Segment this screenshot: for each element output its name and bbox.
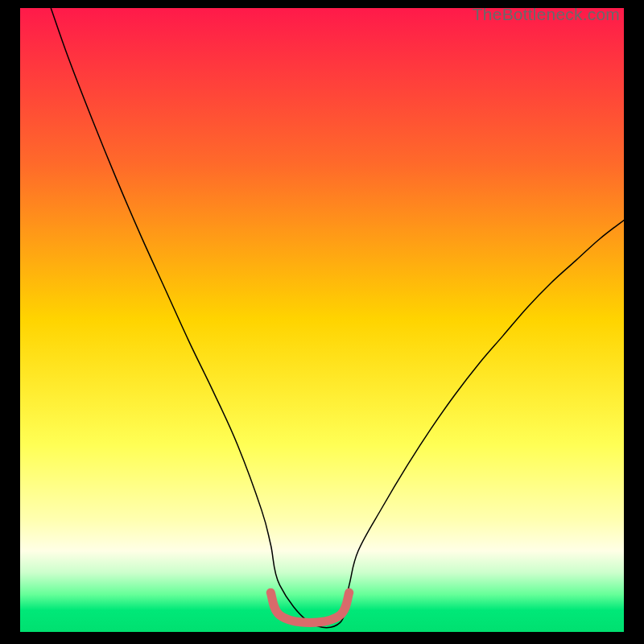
chart-frame — [20, 8, 624, 632]
chart-svg — [20, 8, 624, 632]
gradient-background — [20, 8, 624, 632]
watermark-text: TheBottleneck.com — [473, 5, 620, 24]
